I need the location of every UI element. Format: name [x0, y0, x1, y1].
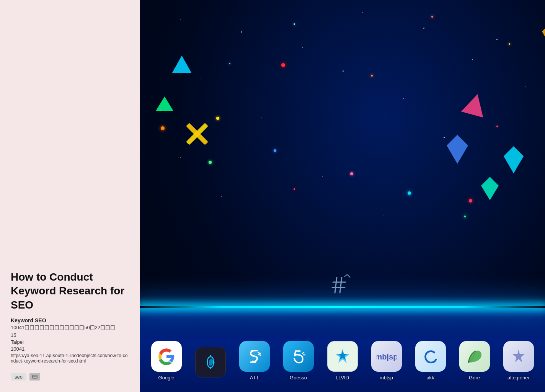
floor-glow-line: [140, 306, 545, 308]
app-item-att[interactable]: ATT: [232, 341, 276, 381]
app-icon-gore[interactable]: [459, 341, 490, 372]
app-item-google[interactable]: Google: [144, 341, 188, 381]
dot-orange: [161, 126, 165, 130]
app-icon-akk[interactable]: [415, 341, 446, 372]
svg-line-23: [258, 354, 261, 355]
gem-green-diamond: [480, 176, 499, 201]
dot-blue: [274, 149, 276, 152]
dot-cyan2: [408, 191, 411, 195]
tag-badge[interactable]: seo: [11, 373, 26, 381]
meta-line2: 15: [11, 332, 129, 338]
dot-red: [281, 63, 285, 67]
svg-marker-8: [504, 146, 524, 173]
app-label-goesso: Goesso: [290, 375, 307, 381]
app-item-alt[interactable]: alteqīeneī: [496, 341, 540, 381]
app-icon-goesso[interactable]: [283, 341, 314, 372]
att-logo-icon: [245, 347, 264, 366]
svg-marker-6: [461, 92, 488, 118]
svg-marker-2: [172, 56, 191, 73]
llvid-logo-icon: [333, 346, 352, 366]
google-logo-icon: [157, 347, 176, 366]
dot-red2: [469, 199, 472, 203]
dot-green2: [209, 161, 212, 164]
meta-line4: 10041: [11, 346, 129, 352]
left-panel: How to Conduct Keyword Research for SEO …: [0, 0, 140, 392]
svg-marker-9: [481, 177, 499, 200]
goesso-logo-icon: [289, 346, 308, 366]
gem-green-arrow: [155, 96, 174, 115]
svg-line-24: [302, 353, 304, 353]
svg-line-16: [347, 274, 350, 278]
bookmark-icon: [32, 375, 38, 379]
app-label-gore: Gore: [469, 375, 480, 381]
meta-label: Keyword SEO: [11, 317, 129, 323]
svg-marker-3: [156, 96, 173, 111]
mbsp-logo-icon: mb|sp: [377, 346, 397, 366]
app-item-llvid[interactable]: LLVID: [320, 341, 364, 381]
svg-marker-29: [512, 350, 525, 362]
tag-section: seo: [11, 373, 129, 381]
meta-line1: 10041囗囗囗囗囗囗囗囗囗囗囗囗50囗22囗囗囗: [11, 324, 129, 331]
app-item-goesso[interactable]: Goesso: [276, 341, 320, 381]
app-item-gore[interactable]: Gore: [452, 341, 496, 381]
gem-yellow-x: [182, 119, 212, 149]
svg-marker-10: [542, 24, 545, 45]
app-item-mbsp[interactable]: mb|sp mb|sp: [364, 341, 408, 381]
gem-cyan-triangle: [170, 54, 193, 77]
gem-cyan-diamond: [503, 145, 524, 174]
dot-yellow: [216, 117, 219, 120]
app-label-att: ATT: [250, 375, 259, 381]
svg-text:mb|sp: mb|sp: [377, 353, 397, 361]
svg-line-11: [335, 278, 337, 293]
hashtag-symbol: [331, 274, 354, 300]
article-title: How to Conduct Keyword Research for SEO: [11, 270, 129, 312]
svg-line-22: [258, 353, 260, 354]
app-icon-google[interactable]: [151, 341, 182, 372]
app-icon-alt[interactable]: [503, 341, 534, 372]
right-panel: Google: [140, 0, 545, 392]
meta-url: https://ya-seo-11.ap-south-1.linodeobjec…: [11, 353, 129, 364]
app-icon-llvid[interactable]: [327, 341, 358, 372]
app-label-llvid: LLVID: [336, 375, 349, 381]
app-bar: Google: [140, 341, 545, 381]
icon-box[interactable]: [29, 373, 40, 381]
gore-logo-icon: [465, 346, 485, 366]
svg-rect-0: [33, 375, 37, 378]
gem-blue-diamond: [446, 134, 469, 165]
alt-logo-icon: [509, 346, 529, 366]
svg-marker-7: [447, 135, 468, 164]
dot-pink: [350, 172, 353, 175]
app-label-alt: alteqīeneī: [507, 375, 529, 381]
akk-logo-icon: [421, 346, 441, 366]
app-icon-dark[interactable]: [195, 347, 226, 377]
dark-logo-icon: [202, 354, 219, 371]
app-item-akk[interactable]: ākk: [408, 341, 452, 381]
svg-line-12: [340, 278, 342, 293]
meta-line3: Taipei: [11, 339, 129, 345]
gem-pink-triangle: [461, 92, 488, 119]
app-icon-mbsp[interactable]: mb|sp: [371, 341, 402, 372]
app-label-google: Google: [158, 375, 175, 381]
app-label-akk: ākk: [426, 375, 434, 381]
app-label-mbsp: mb|sp: [380, 375, 393, 381]
meta-section: Keyword SEO 10041囗囗囗囗囗囗囗囗囗囗囗囗50囗22囗囗囗 15…: [11, 317, 129, 368]
gem-orange-diamond: [542, 23, 545, 46]
svg-line-15: [344, 274, 347, 277]
app-item-dark[interactable]: [188, 347, 232, 381]
app-icon-att[interactable]: [239, 341, 270, 372]
